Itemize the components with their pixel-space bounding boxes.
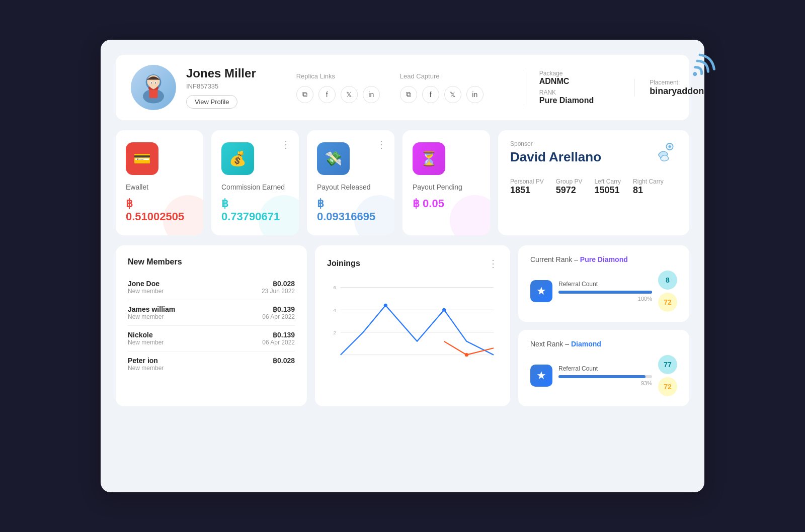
replica-linkedin-icon[interactable]: in	[363, 86, 380, 103]
joinings-header: Joinings ⋮	[327, 257, 498, 270]
payout-released-icon: 💸	[317, 142, 350, 175]
member-name: Jone Doe	[128, 280, 164, 288]
line-chart: 6 4 2	[327, 278, 498, 378]
next-rank-title: Next Rank – Diamond	[530, 340, 677, 348]
sponsor-info: Sponsor David Arellano	[510, 140, 601, 165]
member-row: Jone Doe New member ฿0.028 23 Jun 2022	[128, 275, 295, 300]
sponsor-top: Sponsor David Arellano	[510, 140, 677, 170]
current-rank-card: Current Rank – Pure Diamond ★ Referral C…	[518, 245, 689, 322]
member-name: James william	[128, 305, 175, 313]
member-row: James william New member ฿0.139 06 Apr 2…	[128, 300, 295, 326]
joinings-card: Joinings ⋮ 6 4 2	[315, 245, 510, 406]
avatar	[131, 65, 176, 110]
current-rank-title: Current Rank – Pure Diamond	[530, 255, 677, 263]
package-section: Package ADNMC RANK Pure Diamond	[524, 70, 594, 105]
member-role: New member	[128, 365, 164, 372]
lead-capture-label: Lead Capture	[400, 72, 484, 80]
member-date: 23 Jun 2022	[262, 288, 295, 295]
current-rank-row: ★ Referral Count 100% 8 72	[530, 271, 677, 312]
member-amount: ฿0.139	[262, 305, 295, 313]
rank-star-icon: ★	[530, 280, 552, 302]
member-right: ฿0.028	[273, 357, 295, 365]
member-info: Nickole New member	[128, 331, 164, 346]
rank-num-current: 77	[658, 355, 677, 374]
rank-progress-bar-fill	[558, 375, 646, 378]
sponsor-stat-personal-pv: Personal PV 1851	[510, 178, 544, 196]
lead-facebook-icon[interactable]: f	[422, 86, 439, 103]
svg-point-19	[384, 304, 387, 307]
replica-social-icons: ⧉ f 𝕏 in	[296, 86, 380, 103]
payout-released-card: ⋮ 💸 Payout Released ฿ 0.09316695	[307, 130, 394, 235]
sponsor-stat-group-pv: Group PV 5972	[556, 178, 583, 196]
rank-progress-col: Referral Count 93%	[558, 365, 652, 386]
svg-point-11	[669, 145, 671, 148]
rank-percent: 100%	[558, 296, 652, 302]
member-amount: ฿0.139	[262, 331, 295, 339]
commission-icon: 💰	[221, 142, 254, 175]
member-info: Peter ion New member	[128, 357, 164, 372]
ewallet-icon: 💳	[126, 142, 158, 175]
joinings-menu-icon[interactable]: ⋮	[488, 257, 498, 270]
rank-num-target: 72	[658, 377, 677, 396]
svg-point-21	[465, 353, 468, 357]
handshake-icon	[652, 140, 677, 170]
placement-value: binaryaddon	[650, 86, 704, 97]
rank-progress-col: Referral Count 100%	[558, 281, 652, 302]
rank-numbers: 77 72	[658, 355, 677, 396]
replica-facebook-icon[interactable]: f	[318, 86, 336, 103]
rank-progress-bar-bg	[558, 375, 652, 378]
replica-links-label: Replica Links	[296, 72, 380, 80]
payout-pending-label: Payout Pending	[413, 183, 480, 191]
member-role: New member	[128, 339, 164, 346]
commission-card: ⋮ 💰 Commission Earned ฿ 0.73790671	[211, 130, 299, 235]
rank-label: RANK	[539, 89, 594, 96]
next-rank-row: ★ Referral Count 93% 77 72	[530, 355, 677, 396]
rank-cards-col: Current Rank – Pure Diamond ★ Referral C…	[518, 245, 689, 406]
referral-count-label: Referral Count	[558, 281, 652, 288]
links-section: Replica Links ⧉ f 𝕏 in Lead Capture ⧉ f …	[296, 72, 484, 103]
rank-value: Pure Diamond	[539, 96, 594, 105]
joinings-title: Joinings	[327, 259, 360, 268]
svg-point-8	[151, 82, 152, 83]
sponsor-card: Sponsor David Arellano Personal PV 1851	[498, 130, 689, 235]
sponsor-stat-left-carry: Left Carry 15051	[594, 178, 621, 196]
payout-pending-card: ⏳ Payout Pending ฿ 0.05	[403, 130, 490, 235]
member-date: 06 Apr 2022	[262, 339, 295, 346]
member-right: ฿0.139 06 Apr 2022	[262, 305, 295, 320]
member-info: Jone Doe New member	[128, 280, 164, 295]
replica-links-group: Replica Links ⧉ f 𝕏 in	[296, 72, 380, 103]
replica-twitter-icon[interactable]: 𝕏	[341, 86, 358, 103]
package-label: Package	[539, 70, 594, 77]
member-right: ฿0.028 23 Jun 2022	[262, 280, 295, 295]
ewallet-card: 💳 Ewallet ฿ 0.51002505	[116, 130, 203, 235]
svg-point-9	[155, 82, 156, 83]
member-role: New member	[128, 313, 175, 320]
payout-released-menu-icon[interactable]: ⋮	[376, 138, 386, 150]
lead-twitter-icon[interactable]: 𝕏	[444, 86, 461, 103]
replica-copy-icon[interactable]: ⧉	[296, 86, 313, 103]
sponsor-stat-right-carry: Right Carry 81	[633, 178, 664, 196]
svg-text:4: 4	[333, 307, 336, 313]
member-row: Nickole New member ฿0.139 06 Apr 2022	[128, 326, 295, 351]
members-title: New Members	[128, 257, 295, 267]
member-info: James william New member	[128, 305, 175, 320]
rank-numbers: 8 72	[658, 271, 677, 312]
rank-progress-bar-bg	[558, 291, 652, 294]
lead-social-icons: ⧉ f 𝕏 in	[400, 86, 484, 103]
sponsor-name: David Arellano	[510, 149, 601, 165]
view-profile-button[interactable]: View Profile	[186, 95, 237, 109]
lead-capture-group: Lead Capture ⧉ f 𝕏 in	[400, 72, 484, 103]
member-amount: ฿0.028	[273, 357, 295, 365]
profile-info: Jones Miller INF857335 View Profile	[186, 66, 256, 109]
commission-menu-icon[interactable]: ⋮	[281, 138, 291, 150]
rank-progress-bar-fill	[558, 291, 652, 294]
rank-num-current: 8	[658, 271, 677, 290]
profile-name: Jones Miller	[186, 66, 256, 80]
commission-label: Commission Earned	[221, 183, 289, 191]
payout-pending-icon: ⏳	[413, 142, 445, 175]
chart-container: 6 4 2	[327, 278, 498, 378]
lead-linkedin-icon[interactable]: in	[466, 86, 484, 103]
member-amount: ฿0.028	[262, 280, 295, 288]
lead-copy-icon[interactable]: ⧉	[400, 86, 417, 103]
sponsor-stats: Personal PV 1851 Group PV 5972 Left Carr…	[510, 178, 677, 196]
